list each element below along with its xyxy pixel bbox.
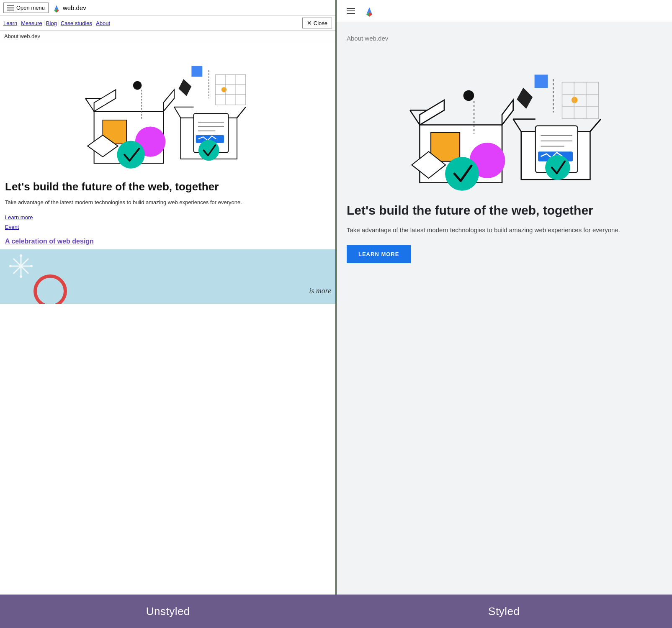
svg-line-18 bbox=[237, 107, 246, 118]
svg-point-40 bbox=[20, 254, 22, 257]
svg-line-62 bbox=[590, 119, 601, 132]
right-heading: Let's build the future of the web, toget… bbox=[347, 202, 662, 218]
svg-line-4 bbox=[85, 98, 94, 111]
svg-point-12 bbox=[117, 141, 144, 169]
svg-line-15 bbox=[174, 107, 181, 118]
right-panel: About web.dev bbox=[337, 0, 672, 595]
svg-line-59 bbox=[513, 119, 521, 132]
styled-label: Styled bbox=[488, 605, 520, 618]
nav-sep-4 bbox=[94, 20, 94, 26]
nav-measure[interactable]: Measure bbox=[21, 20, 42, 26]
unstyled-label: Unstyled bbox=[146, 605, 190, 618]
styled-label-box: Styled bbox=[336, 595, 672, 628]
svg-marker-69 bbox=[515, 87, 534, 110]
nav-case-studies[interactable]: Case studies bbox=[61, 20, 92, 26]
nav-sep-1 bbox=[19, 20, 19, 26]
snowflake-icon bbox=[8, 254, 33, 279]
nav-about[interactable]: About bbox=[96, 20, 110, 26]
hamburger-icon bbox=[7, 5, 14, 10]
left-header: Open menu web.dev bbox=[0, 0, 335, 16]
right-illustration bbox=[347, 50, 662, 192]
menu-button-label: Open menu bbox=[16, 5, 45, 11]
nav-blog[interactable]: Blog bbox=[46, 20, 57, 26]
svg-point-30 bbox=[221, 87, 227, 92]
left-menu-button[interactable]: Open menu bbox=[3, 3, 49, 13]
nav-learn[interactable]: Learn bbox=[3, 20, 17, 26]
left-illustration bbox=[0, 42, 335, 176]
right-description: Take advantage of the latest modern tech… bbox=[347, 225, 662, 235]
close-button[interactable]: ✕ Close bbox=[302, 18, 332, 28]
svg-point-71 bbox=[463, 90, 474, 101]
learn-more-link[interactable]: Learn more bbox=[5, 213, 330, 222]
left-description: Take advantage of the latest modern tech… bbox=[5, 198, 330, 207]
nav-sep-2 bbox=[44, 20, 44, 26]
right-menu-button[interactable] bbox=[345, 6, 357, 15]
svg-point-42 bbox=[9, 265, 12, 267]
svg-rect-26 bbox=[191, 66, 202, 77]
circle-decoration bbox=[33, 274, 67, 304]
close-label: Close bbox=[314, 20, 327, 26]
event-link[interactable]: Event bbox=[5, 222, 330, 232]
right-logo bbox=[363, 5, 375, 17]
svg-point-41 bbox=[20, 275, 22, 278]
labels-bar: Unstyled Styled bbox=[0, 595, 672, 628]
left-nav: Learn Measure Blog Case studies About ✕ … bbox=[0, 16, 335, 31]
svg-point-43 bbox=[30, 265, 33, 267]
cursive-text: is more bbox=[309, 287, 331, 295]
svg-line-48 bbox=[410, 110, 420, 125]
svg-marker-8 bbox=[94, 90, 116, 111]
svg-marker-25 bbox=[177, 78, 193, 97]
left-logo: web.dev bbox=[52, 3, 86, 13]
nav-sep-3 bbox=[59, 20, 59, 26]
celebration-link[interactable]: A celebration of web design bbox=[5, 238, 94, 245]
right-illustration-svg bbox=[402, 50, 607, 192]
svg-point-27 bbox=[133, 81, 142, 90]
right-header bbox=[337, 0, 672, 22]
svg-point-24 bbox=[198, 140, 219, 161]
svg-marker-9 bbox=[163, 90, 174, 111]
unstyled-label-box: Unstyled bbox=[0, 595, 336, 628]
svg-point-68 bbox=[545, 155, 570, 180]
svg-point-56 bbox=[445, 157, 479, 191]
svg-rect-31 bbox=[215, 74, 245, 105]
left-bottom-preview: is more bbox=[0, 249, 335, 304]
left-about-label: About web.dev bbox=[0, 31, 335, 42]
left-links: Learn more Event bbox=[5, 213, 330, 232]
left-content: Let's build the future of the web, toget… bbox=[0, 176, 335, 249]
svg-marker-52 bbox=[420, 100, 444, 125]
left-illustration-svg bbox=[4, 46, 331, 172]
logo-icon bbox=[52, 3, 61, 13]
svg-marker-53 bbox=[502, 100, 513, 125]
learn-more-button[interactable]: LEARN MORE bbox=[347, 245, 411, 263]
right-about-label: About web.dev bbox=[347, 35, 662, 42]
svg-rect-75 bbox=[562, 82, 599, 119]
svg-rect-70 bbox=[535, 74, 548, 88]
left-panel: Open menu web.dev Learn Measure Blog Cas… bbox=[0, 0, 337, 595]
right-main: About web.dev bbox=[337, 22, 672, 272]
left-heading: Let's build the future of the web, toget… bbox=[5, 180, 330, 193]
site-name: web.dev bbox=[63, 4, 86, 11]
svg-point-74 bbox=[572, 97, 578, 103]
right-logo-icon bbox=[363, 5, 375, 17]
close-x-icon: ✕ bbox=[307, 20, 312, 26]
right-hamburger-icon bbox=[347, 8, 355, 14]
